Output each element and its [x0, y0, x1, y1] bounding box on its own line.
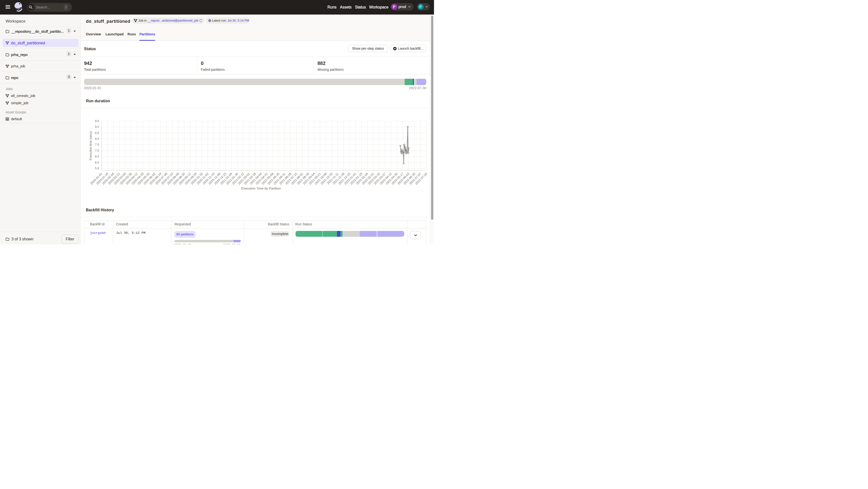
svg-text:Execution time (secs): Execution time (secs)	[89, 131, 92, 160]
svg-text:8.5: 8.5	[95, 131, 99, 135]
svg-text:7.5: 7.5	[95, 143, 99, 146]
svg-text:6.0: 6.0	[95, 161, 99, 164]
svg-text:Execution Time by Partition: Execution Time by Partition	[241, 187, 281, 190]
svg-text:8.0: 8.0	[95, 137, 99, 140]
svg-text:5.5: 5.5	[95, 167, 99, 170]
svg-text:6.5: 6.5	[95, 155, 99, 158]
svg-text:9.0: 9.0	[95, 125, 99, 129]
svg-text:7.0: 7.0	[95, 149, 99, 153]
svg-text:9.5: 9.5	[95, 120, 99, 123]
